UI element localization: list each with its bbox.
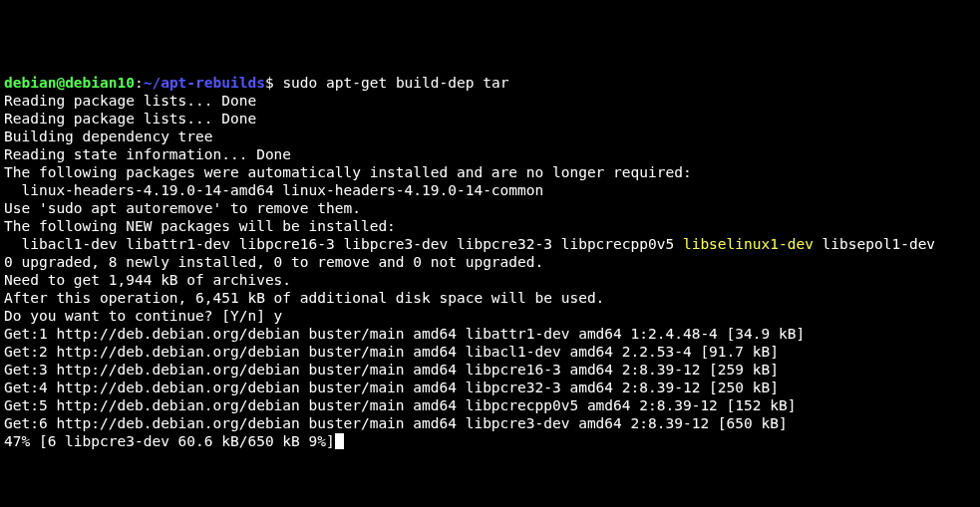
output-line: Need to get 1,944 kB of archives.	[4, 271, 976, 289]
output-line: Do you want to continue? [Y/n] y	[4, 307, 976, 325]
output-line: Get:6 http://deb.debian.org/debian buste…	[4, 414, 976, 432]
prompt-colon: :	[135, 75, 144, 91]
output-line: Building dependency tree	[4, 127, 976, 145]
terminal-output[interactable]: debian@debian10:~/apt-rebuilds$ sudo apt…	[4, 74, 976, 450]
output-line: linux-headers-4.19.0-14-amd64 linux-head…	[4, 181, 976, 199]
output-line: 0 upgraded, 8 newly installed, 0 to remo…	[4, 253, 976, 271]
output-line: Get:5 http://deb.debian.org/debian buste…	[4, 396, 976, 414]
output-line: The following NEW packages will be insta…	[4, 217, 976, 235]
prompt-at: @	[56, 75, 65, 91]
cursor-block-icon	[335, 433, 344, 449]
progress-text: 47% [6 libpcre3-dev 60.6 kB/650 kB 9%]	[4, 433, 335, 449]
prompt-user: debian	[4, 75, 56, 91]
output-line: Use 'sudo apt autoremove' to remove them…	[4, 199, 976, 217]
output-line: Reading package lists... Done	[4, 110, 976, 127]
pkg-list-part: libsepol1-dev	[814, 236, 935, 252]
output-line: After this operation, 6,451 kB of additi…	[4, 289, 976, 307]
output-line: Get:3 http://deb.debian.org/debian buste…	[4, 361, 976, 379]
prompt-host: debian10	[65, 75, 135, 91]
pkg-list-part: libacl1-dev libattr1-dev libpcre16-3 lib…	[4, 236, 683, 252]
output-line: libacl1-dev libattr1-dev libpcre16-3 lib…	[4, 235, 976, 253]
progress-line: 47% [6 libpcre3-dev 60.6 kB/650 kB 9%]	[4, 432, 976, 450]
output-line: Reading state information... Done	[4, 145, 976, 163]
prompt-dollar: $	[265, 75, 282, 91]
output-line: Get:4 http://deb.debian.org/debian buste…	[4, 379, 976, 396]
pkg-highlight: libselinux1-dev	[683, 236, 814, 252]
prompt-line: debian@debian10:~/apt-rebuilds$ sudo apt…	[4, 74, 976, 92]
output-line: Reading package lists... Done	[4, 92, 976, 110]
prompt-path: ~/apt-rebuilds	[144, 75, 265, 91]
output-line: Get:1 http://deb.debian.org/debian buste…	[4, 325, 976, 343]
output-line: The following packages were automaticall…	[4, 163, 976, 181]
command-text: sudo apt-get build-dep tar	[282, 75, 508, 91]
output-line: Get:2 http://deb.debian.org/debian buste…	[4, 343, 976, 361]
